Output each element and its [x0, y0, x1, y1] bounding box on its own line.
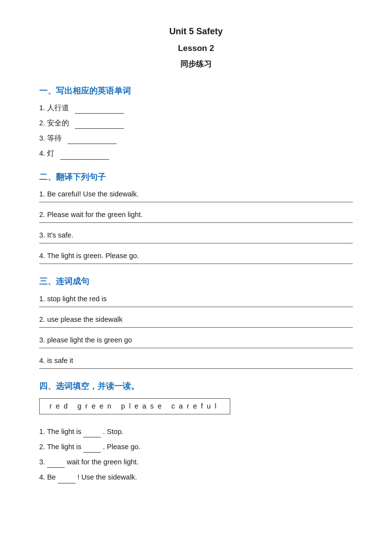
answer-line-3	[39, 243, 353, 243]
word-order-line-4	[39, 368, 353, 369]
fill-item-1: 1. The light is . Stop.	[39, 426, 353, 437]
word-order-item-4: 4. is safe it	[39, 355, 353, 366]
word-order-item-1: 1. stop light the red is	[39, 293, 353, 305]
word-bank: red green please careful	[39, 398, 230, 414]
page-title: Unit 5 Safety	[39, 24, 353, 39]
word-order-line-3	[39, 348, 353, 348]
word-order-item-3: 3. please light the is green go	[39, 335, 353, 346]
section2-title: 二、翻译下列句子	[39, 170, 353, 184]
section4-title: 四、选词填空，并读一读。	[39, 380, 353, 393]
vocab-item-3: 3. 等待	[39, 133, 353, 144]
translation-item-2: 2. Please wait for the green light.	[39, 209, 353, 220]
section3-title: 三、连词成句	[39, 275, 353, 288]
word-bank-box: red green please careful	[39, 398, 353, 420]
section1-title: 一、写出相应的英语单词	[39, 84, 353, 97]
answer-line-2	[39, 222, 353, 223]
answer-line-4	[39, 264, 353, 264]
word-order-line-2	[39, 327, 353, 328]
vocab-item-2: 2. 安全的	[39, 118, 353, 129]
translation-item-4: 4. The light is green. Please go.	[39, 250, 353, 262]
translation-item-1: 1. Be careful! Use the sidewalk.	[39, 189, 353, 200]
fill-item-3: 3. wait for the green light.	[39, 457, 353, 468]
word-order-line-1	[39, 307, 353, 307]
fill-item-2: 2. The light is . Please go.	[39, 441, 353, 453]
page-header: Unit 5 Safety Lesson 2 同步练习	[39, 24, 353, 71]
vocab-item-4: 4. 灯	[39, 148, 353, 159]
page-subtitle: 同步练习	[39, 58, 353, 71]
answer-line-1	[39, 202, 353, 202]
translation-item-3: 3. It's safe.	[39, 230, 353, 241]
fill-item-4: 4. Be ! Use the sidewalk.	[39, 472, 353, 483]
vocab-item-1: 1. 人行道	[39, 102, 353, 114]
word-order-item-2: 2. use please the sidewalk	[39, 314, 353, 325]
page-lesson: Lesson 2	[39, 42, 353, 55]
